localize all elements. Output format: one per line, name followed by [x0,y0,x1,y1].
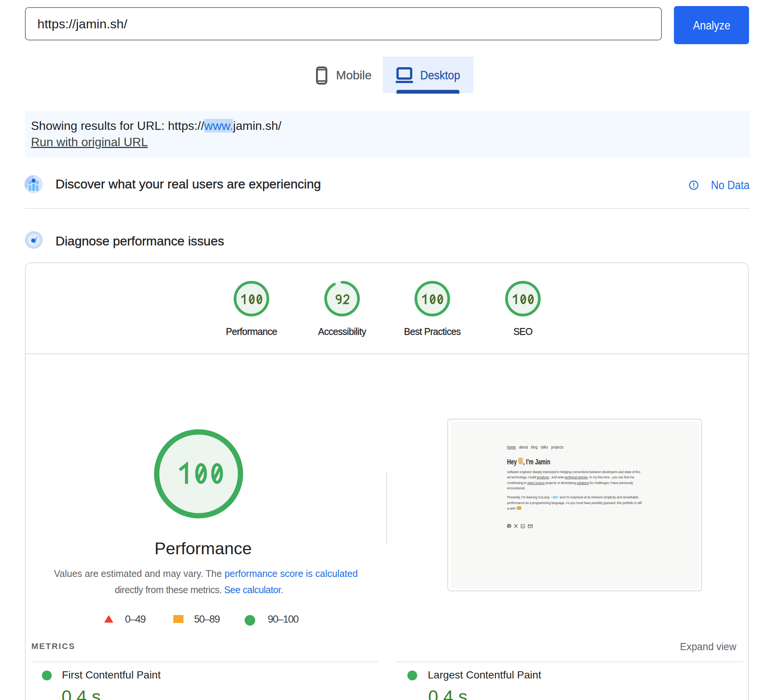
svg-text:in: in [522,525,524,528]
